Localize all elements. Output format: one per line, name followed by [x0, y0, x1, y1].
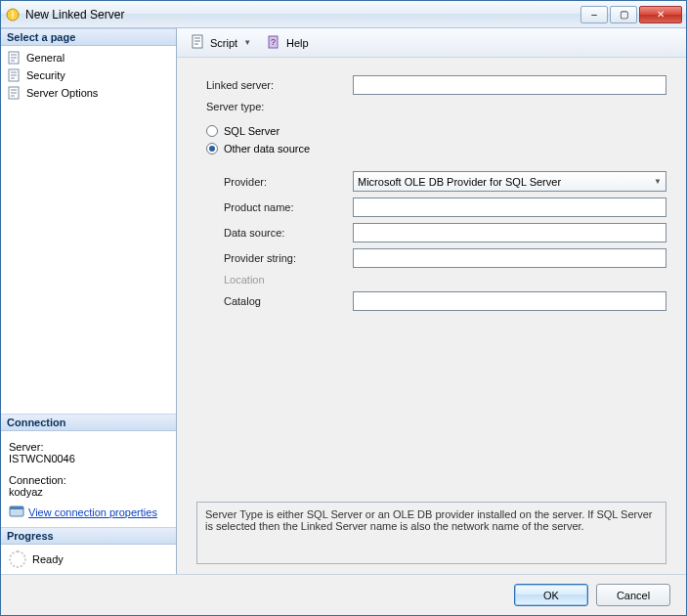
connection-header: Connection [1, 414, 176, 431]
help-label: Help [286, 37, 309, 49]
connection-info: Server: ISTWCN0046 Connection: kodyaz Vi… [1, 431, 176, 527]
svg-text:?: ? [271, 37, 276, 47]
bottom-bar: OK Cancel [1, 574, 686, 615]
provider-combo[interactable]: Microsoft OLE DB Provider for SQL Server… [353, 171, 666, 192]
script-label: Script [210, 37, 237, 49]
minimize-button[interactable]: – [580, 6, 608, 23]
help-button[interactable]: ? Help [263, 32, 313, 54]
left-pane: Select a page General Security Server Op… [1, 28, 177, 574]
product-name-input[interactable] [353, 198, 666, 217]
sidebar-item-server-options[interactable]: Server Options [5, 84, 172, 102]
chevron-down-icon: ▼ [652, 177, 664, 186]
cancel-button[interactable]: Cancel [596, 584, 670, 606]
catalog-label: Catalog [206, 295, 353, 307]
data-source-input[interactable] [353, 223, 666, 242]
progress-status: Ready [32, 553, 64, 565]
linked-server-input[interactable] [353, 75, 666, 95]
toolbar: Script ▼ ? Help [177, 28, 686, 58]
radio-icon [206, 143, 218, 154]
page-icon [7, 67, 22, 83]
spinner-icon [9, 550, 26, 568]
svg-rect-5 [10, 506, 23, 509]
page-icon [7, 50, 22, 66]
progress-row: Ready [1, 545, 176, 574]
sidebar-item-label: General [26, 52, 64, 64]
ok-button[interactable]: OK [514, 584, 588, 606]
radio-icon [206, 125, 218, 137]
product-name-label: Product name: [206, 201, 353, 213]
properties-icon [9, 504, 24, 521]
radio-label: Other data source [224, 143, 310, 154]
chevron-down-icon[interactable]: ▼ [241, 38, 253, 47]
window-buttons: – ▢ ✕ [580, 6, 682, 23]
view-connection-properties-link[interactable]: View connection properties [9, 504, 157, 521]
link-label: View connection properties [28, 506, 157, 518]
app-icon [5, 7, 21, 22]
close-button[interactable]: ✕ [639, 6, 682, 23]
form-area: Linked server: Server type: SQL Server O… [177, 58, 686, 492]
titlebar: New Linked Server – ▢ ✕ [1, 1, 686, 28]
page-list: General Security Server Options [1, 46, 176, 105]
combo-value: Microsoft OLE DB Provider for SQL Server [358, 176, 561, 188]
radio-other-data-source[interactable]: Other data source [206, 140, 666, 157]
select-page-header: Select a page [1, 28, 176, 46]
server-label: Server: [9, 441, 168, 453]
location-label: Location [206, 274, 353, 286]
right-pane: Script ▼ ? Help Linked server: Server ty… [177, 28, 686, 574]
maximize-button[interactable]: ▢ [610, 6, 637, 23]
page-icon [7, 85, 22, 101]
button-label: OK [543, 590, 559, 601]
help-icon: ? [267, 34, 282, 52]
connection-label: Connection: [9, 474, 168, 486]
server-type-label: Server type: [206, 101, 353, 112]
script-icon [191, 34, 206, 52]
script-button[interactable]: Script ▼ [187, 32, 257, 54]
radio-label: SQL Server [224, 125, 279, 137]
provider-string-input[interactable] [353, 248, 666, 268]
provider-label: Provider: [206, 176, 353, 188]
data-source-label: Data source: [206, 227, 353, 239]
sidebar-item-label: Server Options [26, 87, 98, 99]
sidebar-item-security[interactable]: Security [5, 66, 172, 84]
provider-string-label: Provider string: [206, 252, 353, 264]
connection-value: kodyaz [9, 486, 168, 498]
description-box: Server Type is either SQL Server or an O… [196, 502, 666, 564]
catalog-input[interactable] [353, 291, 666, 311]
linked-server-label: Linked server: [206, 79, 353, 91]
button-label: Cancel [617, 590, 650, 601]
sidebar-item-label: Security [26, 69, 65, 81]
server-value: ISTWCN0046 [9, 453, 168, 464]
progress-header: Progress [1, 527, 176, 545]
radio-sql-server[interactable]: SQL Server [206, 122, 666, 140]
window-title: New Linked Server [25, 8, 580, 22]
sidebar-item-general[interactable]: General [5, 49, 172, 66]
